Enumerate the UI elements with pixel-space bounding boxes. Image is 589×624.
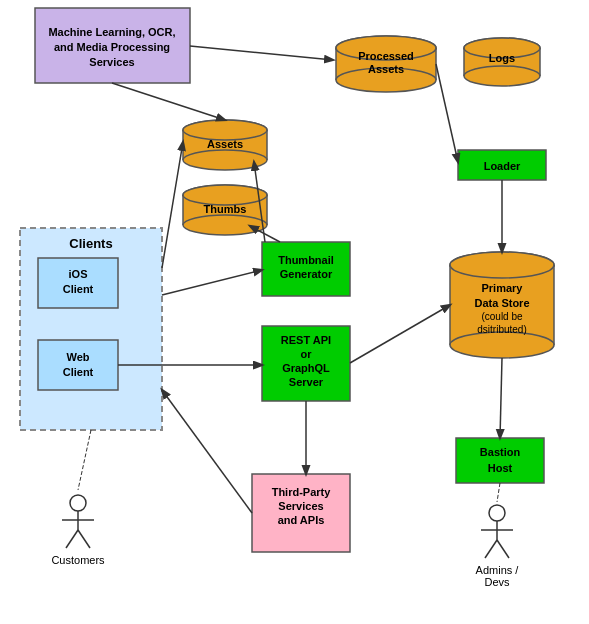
svg-point-10: [464, 66, 540, 86]
svg-text:Admins /: Admins /: [476, 564, 520, 576]
svg-line-93: [497, 540, 509, 558]
svg-rect-19: [183, 195, 267, 225]
svg-text:GraphQL: GraphQL: [282, 362, 330, 374]
svg-text:Loader: Loader: [484, 160, 521, 172]
svg-line-39: [190, 46, 333, 60]
svg-point-5: [336, 36, 436, 60]
svg-point-12: [183, 120, 267, 140]
diagram-svg: Machine Learning, OCR, and Media Process…: [0, 0, 589, 624]
svg-line-40: [112, 83, 225, 120]
svg-line-86: [66, 530, 78, 548]
svg-point-18: [183, 185, 267, 205]
svg-point-22: [183, 215, 267, 235]
svg-rect-34: [456, 438, 544, 483]
svg-point-0: [336, 36, 436, 60]
svg-text:Machine Learning, OCR,: Machine Learning, OCR,: [48, 26, 175, 38]
svg-text:Generator: Generator: [280, 268, 333, 280]
svg-rect-35: [252, 474, 350, 552]
svg-rect-1: [336, 48, 436, 80]
svg-line-50: [162, 390, 252, 513]
svg-rect-31: [458, 150, 546, 180]
svg-line-53: [497, 483, 500, 502]
svg-point-6: [464, 38, 540, 58]
svg-line-41: [436, 64, 458, 162]
svg-line-45: [162, 142, 183, 268]
svg-text:Processed: Processed: [358, 50, 414, 62]
svg-text:Client: Client: [63, 283, 94, 295]
svg-text:REST API: REST API: [281, 334, 331, 346]
svg-text:Thumbs: Thumbs: [204, 203, 247, 215]
svg-rect-33: [262, 326, 350, 401]
svg-text:Thumbnail: Thumbnail: [278, 254, 334, 266]
svg-rect-30: [35, 8, 190, 83]
svg-text:Logs: Logs: [489, 52, 515, 64]
svg-point-17: [183, 120, 267, 140]
svg-text:Assets: Assets: [368, 63, 404, 75]
svg-line-92: [485, 540, 497, 558]
svg-line-52: [78, 430, 91, 490]
svg-text:Bastion: Bastion: [480, 446, 521, 458]
svg-point-23: [183, 185, 267, 205]
svg-text:Third-Party: Third-Party: [272, 486, 332, 498]
svg-rect-13: [183, 130, 267, 160]
svg-line-46: [162, 270, 262, 295]
svg-text:Services: Services: [278, 500, 323, 512]
svg-text:Server: Server: [289, 376, 324, 388]
svg-text:Web: Web: [66, 351, 89, 363]
svg-text:or: or: [301, 348, 313, 360]
svg-text:Services: Services: [89, 56, 134, 68]
svg-rect-38: [38, 340, 118, 390]
svg-point-28: [450, 332, 554, 358]
svg-line-87: [78, 530, 90, 548]
svg-text:dsitributed): dsitributed): [477, 324, 526, 335]
svg-line-44: [250, 226, 280, 242]
svg-text:(could be: (could be: [481, 311, 523, 322]
svg-point-89: [489, 505, 505, 521]
svg-text:and APIs: and APIs: [278, 514, 325, 526]
architecture-diagram: Machine Learning, OCR, and Media Process…: [0, 0, 589, 624]
svg-text:Devs: Devs: [484, 576, 510, 588]
svg-rect-36: [20, 228, 162, 430]
svg-text:Clients: Clients: [69, 236, 112, 251]
svg-line-48: [350, 305, 450, 363]
svg-text:Assets: Assets: [207, 138, 243, 150]
svg-point-83: [70, 495, 86, 511]
svg-point-29: [450, 252, 554, 278]
svg-rect-7: [464, 48, 540, 76]
svg-text:and Media Processing: and Media Processing: [54, 41, 170, 53]
svg-line-51: [500, 358, 502, 438]
svg-line-43: [254, 162, 265, 242]
svg-text:iOS: iOS: [69, 268, 88, 280]
svg-text:Primary: Primary: [482, 282, 524, 294]
svg-text:Client: Client: [63, 366, 94, 378]
svg-text:Data Store: Data Store: [474, 297, 529, 309]
svg-rect-32: [262, 242, 350, 296]
svg-rect-37: [38, 258, 118, 308]
svg-point-16: [183, 150, 267, 170]
svg-text:Host: Host: [488, 462, 513, 474]
svg-point-11: [464, 38, 540, 58]
svg-rect-25: [450, 265, 554, 345]
svg-text:Customers: Customers: [51, 554, 105, 566]
svg-point-4: [336, 68, 436, 92]
svg-point-24: [450, 252, 554, 278]
